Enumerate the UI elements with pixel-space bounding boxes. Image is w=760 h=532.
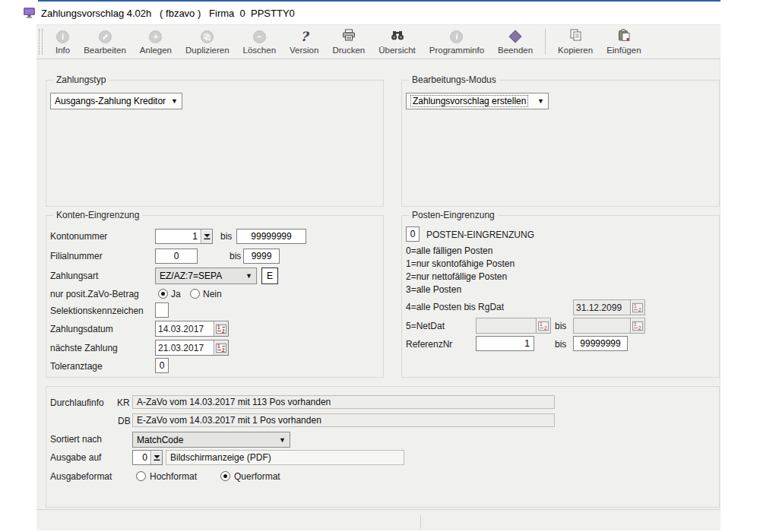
durchlauf-db-field: E-ZaVo vom 14.03.2017 mit 1 Pos vorhande… xyxy=(132,413,555,427)
kopieren-button[interactable]: Kopieren xyxy=(551,25,600,59)
beenden-button[interactable]: Beenden xyxy=(491,25,540,59)
statusbar xyxy=(36,509,720,530)
filialnummer-von-input[interactable]: 0 xyxy=(155,249,198,264)
binoculars-icon xyxy=(391,30,404,44)
referenznr-label: ReferenzNr xyxy=(406,339,452,350)
svg-text:1: 1 xyxy=(634,321,637,327)
calendar-icon[interactable]: 1 2 xyxy=(630,300,644,315)
svg-text:1: 1 xyxy=(217,344,220,349)
durchlaufinfo-label: Durchlaufinfo xyxy=(50,397,104,408)
uebersicht-button[interactable]: Übersicht xyxy=(372,25,423,59)
zahlungsdatum-label: Zahlungsdatum xyxy=(50,324,113,334)
svg-text:1: 1 xyxy=(634,303,637,309)
zahlungsdatum-field[interactable]: 14.03.2017 1 2 xyxy=(155,321,229,337)
selektionskennzeichen-label: Selektionskennzeichen xyxy=(50,306,144,316)
einfuegen-button[interactable]: Einfügen xyxy=(600,25,648,59)
duplicate-icon xyxy=(201,30,214,43)
bearbeitungsmodus-dropdown[interactable]: Zahlungsvorschlag erstellen ▼ xyxy=(406,93,549,109)
ausgabe-auf-label: Ausgabe auf xyxy=(50,452,101,463)
kontonummer-bis-input[interactable]: 99999999 xyxy=(236,229,306,244)
netdat-label: 5=NetDat xyxy=(406,321,445,331)
hochformat-label: Hochformat xyxy=(150,471,197,482)
info-icon: i xyxy=(56,30,69,43)
calendar-icon[interactable]: 1 2 xyxy=(536,318,550,333)
sortiert-nach-dropdown[interactable]: MatchCode ▼ xyxy=(132,432,290,448)
toolbar-gripper[interactable] xyxy=(39,29,43,55)
chevron-down-icon: ▼ xyxy=(274,436,286,444)
kontonummer-label: Kontonummer xyxy=(50,231,107,242)
netdat-bis-label: bis xyxy=(555,321,566,331)
posten-code-input[interactable]: 0 xyxy=(406,226,420,242)
duplizieren-button[interactable]: Duplizieren xyxy=(179,25,236,59)
zavo-betrag-label: nur posit.ZaVo-Betrag xyxy=(50,289,139,299)
hochformat-radio[interactable] xyxy=(136,471,146,481)
chevron-down-icon: ▼ xyxy=(166,97,178,105)
zahlungsart-code-input[interactable]: E xyxy=(261,268,278,284)
programminfo-button[interactable]: i Programminfo xyxy=(423,25,491,59)
question-icon: ? xyxy=(300,30,308,43)
group-bearbeitungsmodus: Bearbeitungs-Modus Zahlungsvorschlag ers… xyxy=(401,80,720,207)
referenznr-von-input[interactable]: 1 xyxy=(476,336,534,351)
main-window: i Info Bearbeiten + Anlegen Duplizieren xyxy=(36,24,720,530)
add-icon: + xyxy=(149,30,162,43)
toleranztage-input[interactable]: 0 xyxy=(155,358,169,373)
info-button[interactable]: i Info xyxy=(49,25,77,59)
version-button[interactable]: ? Version xyxy=(283,25,325,59)
referenznr-bis-label: bis xyxy=(555,339,566,350)
svg-text:2: 2 xyxy=(222,328,225,334)
svg-text:1: 1 xyxy=(217,325,220,330)
app-screen: Zahlungsvorschlag 4.02h ( fbzavo ) Firma… xyxy=(0,0,760,532)
calendar-icon[interactable]: 1 2 xyxy=(630,318,644,333)
group-output: Durchlaufinfo KR A-ZaVo vom 14.03.2017 m… xyxy=(46,386,720,508)
group-posten-eingrenzung: Posten-Eingrenzung 0 POSTEN-EINGRENZUNG … xyxy=(401,215,720,378)
rgdat-field[interactable]: 31.12.2099 1 2 xyxy=(573,299,645,315)
ausgabeformat-label: Ausgabeformat xyxy=(50,471,112,482)
delete-icon: − xyxy=(253,30,266,43)
svg-text:2: 2 xyxy=(544,325,547,331)
drucken-button[interactable]: Drucken xyxy=(325,25,372,59)
window-title: Zahlungsvorschlag 4.02h ( fbzavo ) Firma… xyxy=(41,8,295,19)
ausgabe-code-input[interactable]: 0 xyxy=(132,450,163,465)
statusbar-divider xyxy=(420,515,421,529)
ausgabe-ziel-field[interactable]: Bildschirmanzeige (PDF) xyxy=(166,450,404,465)
svg-text:2: 2 xyxy=(638,325,641,331)
filialnummer-bis-input[interactable]: 9999 xyxy=(243,249,280,264)
netdat-bis-field[interactable]: 1 2 xyxy=(573,318,645,334)
zavo-ja-radio[interactable] xyxy=(158,289,168,299)
svg-text:1: 1 xyxy=(540,321,543,327)
spinner-icon[interactable] xyxy=(201,230,212,243)
svg-text:2: 2 xyxy=(638,307,641,312)
naechste-zahlung-field[interactable]: 21.03.2017 1 2 xyxy=(155,340,229,356)
querformat-radio[interactable] xyxy=(220,471,230,481)
group-bearbeitungsmodus-title: Bearbeitungs-Modus xyxy=(409,74,499,85)
loeschen-button[interactable]: − Löschen xyxy=(236,25,283,59)
kontonummer-von-input[interactable]: 1 xyxy=(155,229,213,244)
zahlungstyp-dropdown[interactable]: Ausgangs-Zahlung Kreditor ▼ xyxy=(50,93,182,109)
durchlauf-kr-label: KR xyxy=(117,397,130,408)
monitor-icon xyxy=(23,7,36,19)
zavo-nein-label: Nein xyxy=(203,289,222,299)
zavo-ja-label: Ja xyxy=(171,289,181,299)
chevron-down-icon: ▼ xyxy=(241,272,252,280)
referenznr-bis-input[interactable]: 99999999 xyxy=(573,336,628,351)
anlegen-button[interactable]: + Anlegen xyxy=(133,25,179,59)
calendar-icon[interactable]: 1 2 xyxy=(214,321,228,336)
zavo-nein-radio[interactable] xyxy=(190,289,200,299)
selektionskennzeichen-input[interactable] xyxy=(155,302,169,318)
toolbar: i Info Bearbeiten + Anlegen Duplizieren xyxy=(36,24,720,59)
printer-icon xyxy=(342,29,356,44)
copy-icon xyxy=(569,29,582,44)
spinner-icon[interactable] xyxy=(150,451,162,464)
filialnummer-label: Filialnummer xyxy=(50,251,103,261)
posten-option-2: 2=nur nettofällige Posten xyxy=(406,271,507,282)
bearbeiten-button[interactable]: Bearbeiten xyxy=(77,25,133,59)
rgdat-label: 4=alle Posten bis RgDat xyxy=(406,302,504,312)
calendar-icon[interactable]: 1 2 xyxy=(214,340,228,355)
group-zahlungstyp: Zahlungstyp Ausgangs-Zahlung Kreditor ▼ xyxy=(46,80,384,207)
edit-icon xyxy=(99,30,112,43)
zahlungsart-dropdown[interactable]: EZ/AZ:7=SEPA ▼ xyxy=(155,268,257,284)
netdat-von-field[interactable]: 1 2 xyxy=(476,318,551,334)
querformat-label: Querformat xyxy=(234,471,280,482)
group-zahlungstyp-title: Zahlungstyp xyxy=(53,74,109,85)
group-konten-title: Konten-Eingrenzung xyxy=(53,210,142,220)
